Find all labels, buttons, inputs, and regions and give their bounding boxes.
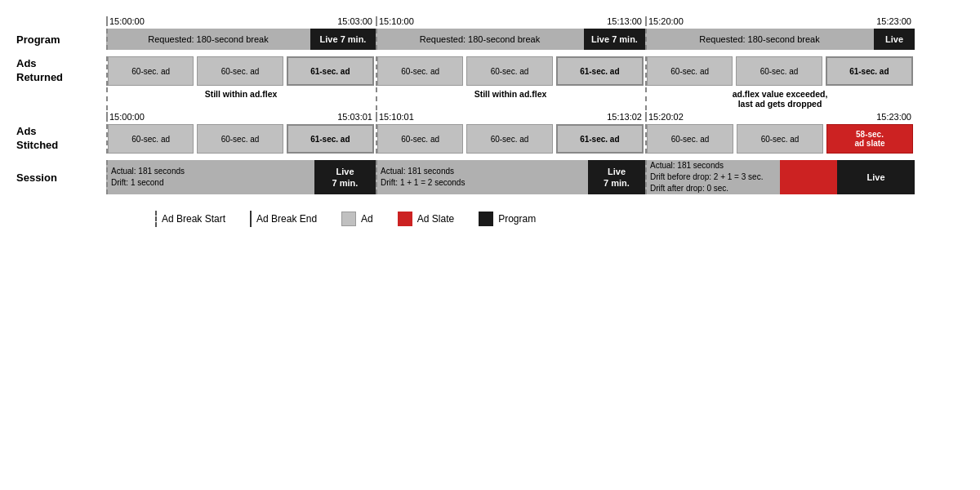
- ad-returned-1-1: 60-sec. ad: [108, 56, 194, 86]
- program-bar-3: Requested: 180-second break Live: [645, 29, 915, 50]
- time-pair-3: 15:20:00 15:23:00: [645, 16, 915, 26]
- stitched-time-pair-3: 15:20:02 15:23:00: [645, 112, 915, 122]
- session-label: Session: [16, 160, 106, 194]
- ads-returned-seg3: 60-sec. ad 60-sec. ad 61-sec. ad: [645, 56, 915, 86]
- session-3-line1: Actual: 181 seconds: [650, 160, 724, 172]
- legend-program-box: [479, 212, 493, 226]
- seg3-times: 15:20:00 15:23:00: [645, 16, 915, 26]
- program-gray-3: Requested: 180-second break: [645, 29, 874, 50]
- session-bar-2: Actual: 181 seconds Drift: 1 + 1 = 2 sec…: [376, 160, 645, 194]
- ad-stitched-2-3: 61-sec. ad: [556, 124, 644, 154]
- session-seg2: Actual: 181 seconds Drift: 1 + 1 = 2 sec…: [376, 160, 645, 194]
- ad-stitched-2-2: 60-sec. ad: [466, 124, 552, 154]
- ads-returned-seg1: 60-sec. ad 60-sec. ad 61-sec. ad: [106, 56, 376, 86]
- stitched-time-seg2: 15:10:01 15:13:02: [376, 112, 645, 122]
- stitched-time-seg3: 15:20:02 15:23:00: [645, 112, 915, 122]
- session-1-line1: Actual: 181 seconds: [111, 166, 185, 177]
- ads-stitched-bar-1: 60-sec. ad 60-sec. ad 61-sec. ad: [108, 124, 374, 154]
- session-live-2: Live 7 min.: [588, 160, 645, 194]
- ads-stitched-seg2: 60-sec. ad 60-sec. ad 61-sec. ad: [376, 124, 645, 154]
- ad-returned-2-2: 60-sec. ad: [466, 56, 552, 86]
- stitched-time-1-start: 15:00:00: [109, 112, 145, 122]
- legend-ad-slate: Ad Slate: [398, 212, 454, 226]
- note-seg1: Still within ad.flex: [106, 87, 376, 110]
- legend-ad-break-end: Ad Break End: [250, 211, 317, 227]
- ads-returned-bar-2: 60-sec. ad 60-sec. ad 61-sec. ad: [377, 56, 644, 86]
- seg1-times: 15:00:00 15:03:00: [106, 16, 376, 26]
- time-label-spacer: [16, 16, 106, 26]
- session-bar-3: Actual: 181 seconds Drift before drop: 2…: [645, 160, 915, 194]
- session-seg1: Actual: 181 seconds Drift: 1 second Live…: [106, 160, 376, 194]
- stitched-time-spacer: [16, 112, 106, 122]
- ad-returned-1-3: 61-sec. ad: [287, 56, 374, 86]
- time-pair-2: 15:10:00 15:13:00: [376, 16, 645, 26]
- program-live-3: Live: [874, 29, 915, 50]
- session-live-3: Live: [837, 160, 915, 194]
- legend-dashed-icon: [155, 211, 157, 227]
- ad-returned-3-1: 60-sec. ad: [647, 56, 733, 86]
- legend-ad-slate-box: [398, 212, 412, 226]
- program-bar-2: Requested: 180-second break Live 7 min.: [376, 29, 645, 50]
- ads-stitched-label: Ads Stitched: [16, 124, 106, 154]
- ad-stitched-3-2: 60-sec. ad: [737, 124, 823, 154]
- session-gray-3: Actual: 181 seconds Drift before drop: 2…: [645, 160, 780, 194]
- time-2-end: 15:13:00: [607, 16, 642, 26]
- dashed-line-icon: [155, 211, 157, 227]
- time-labels-row: 15:00:00 15:03:00 15:10:00 15:13:00 15:2…: [106, 16, 915, 26]
- legend-ad-slate-label: Ad Slate: [417, 213, 454, 225]
- note-seg2: Still within ad.flex: [376, 87, 645, 110]
- stitched-time-labels: 15:00:00 15:03:01 15:10:01 15:13:02 15:2…: [106, 112, 915, 122]
- ads-stitched-seg1: 60-sec. ad 60-sec. ad 61-sec. ad: [106, 124, 376, 154]
- session-bar-1: Actual: 181 seconds Drift: 1 second Live…: [106, 160, 376, 194]
- ad-returned-3-2: 60-sec. ad: [736, 56, 822, 86]
- legend: Ad Break Start Ad Break End Ad Ad Slate …: [106, 211, 964, 227]
- ad-returned-3-3: 61-sec. ad: [826, 56, 913, 86]
- stitched-time-pair-2: 15:10:01 15:13:02: [376, 112, 645, 122]
- note-3: ad.flex value exceeded, last ad gets dro…: [645, 87, 915, 110]
- ad-stitched-1-3: 61-sec. ad: [287, 124, 374, 154]
- note-segments: Still within ad.flex Still within ad.fle…: [106, 87, 915, 110]
- ads-stitched-segments: 60-sec. ad 60-sec. ad 61-sec. ad 60-sec.…: [106, 124, 915, 154]
- program-seg1: Requested: 180-second break Live 7 min.: [106, 29, 376, 50]
- note-1: Still within ad.flex: [106, 87, 376, 100]
- session-3-line3: Drift after drop: 0 sec.: [650, 183, 728, 194]
- program-live-2: Live 7 min.: [584, 29, 645, 50]
- session-live-1: Live 7 min.: [314, 160, 376, 194]
- time-3-start: 15:20:00: [648, 16, 684, 26]
- legend-ad-break-end-label: Ad Break End: [256, 213, 317, 225]
- ads-stitched-bar-3: 60-sec. ad 60-sec. ad 58-sec. ad slate: [647, 124, 913, 154]
- note-label-spacer: [16, 87, 106, 110]
- note-2: Still within ad.flex: [376, 87, 645, 100]
- ad-stitched-1-2: 60-sec. ad: [197, 124, 283, 154]
- time-row: 15:00:00 15:03:00 15:10:00 15:13:00 15:2…: [16, 16, 964, 26]
- ads-returned-seg2: 60-sec. ad 60-sec. ad 61-sec. ad: [376, 56, 645, 86]
- ad-stitched-1-1: 60-sec. ad: [108, 124, 194, 154]
- stitched-time-2-end: 15:13:02: [607, 112, 642, 122]
- ads-stitched-bar-2: 60-sec. ad 60-sec. ad 61-sec. ad: [377, 124, 644, 154]
- seg2-times: 15:10:00 15:13:00: [376, 16, 645, 26]
- ads-stitched-seg3: 60-sec. ad 60-sec. ad 58-sec. ad slate: [645, 124, 915, 154]
- session-red-3: [780, 160, 837, 194]
- legend-ad: Ad: [341, 212, 373, 226]
- ad-stitched-3-1: 60-sec. ad: [647, 124, 733, 154]
- program-bar-1: Requested: 180-second break Live 7 min.: [106, 29, 376, 50]
- time-3-end: 15:23:00: [876, 16, 911, 26]
- ads-stitched-row: Ads Stitched 60-sec. ad 60-sec. ad 61-se…: [16, 124, 964, 154]
- time-1-start: 15:00:00: [109, 16, 145, 26]
- program-live-1: Live 7 min.: [310, 29, 376, 50]
- diagram: 15:00:00 15:03:00 15:10:00 15:13:00 15:2…: [0, 0, 980, 235]
- time-pair-1: 15:00:00 15:03:00: [106, 16, 376, 26]
- program-seg2: Requested: 180-second break Live 7 min.: [376, 29, 645, 50]
- note-seg3: ad.flex value exceeded, last ad gets dro…: [645, 87, 915, 110]
- legend-ad-box: [341, 212, 356, 226]
- session-1-line2: Drift: 1 second: [111, 177, 163, 189]
- stitched-time-1-end: 15:03:01: [337, 112, 372, 122]
- session-segments: Actual: 181 seconds Drift: 1 second Live…: [106, 160, 915, 194]
- stitched-time-3-start: 15:20:02: [648, 112, 684, 122]
- session-seg3: Actual: 181 seconds Drift before drop: 2…: [645, 160, 915, 194]
- ad-slate-3: 58-sec. ad slate: [826, 124, 913, 154]
- legend-ad-break-start: Ad Break Start: [155, 211, 225, 227]
- program-seg3: Requested: 180-second break Live: [645, 29, 915, 50]
- stitched-time-pair-1: 15:00:00 15:03:01: [106, 112, 376, 122]
- solid-line-icon: [250, 211, 252, 227]
